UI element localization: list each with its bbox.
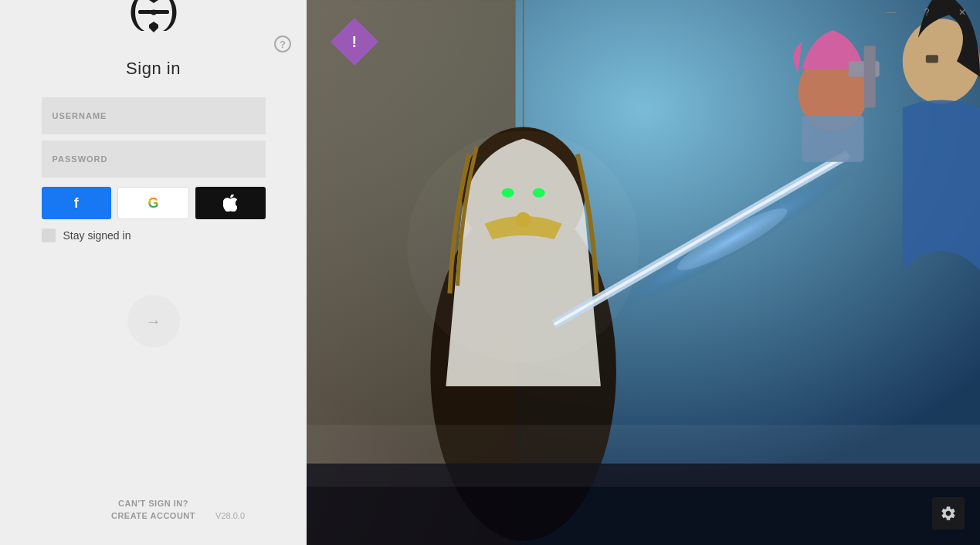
username-input[interactable] [42,97,266,134]
close-button[interactable]: ✕ [944,0,980,25]
right-panel [307,0,980,545]
arrow-right-icon: → [146,313,161,330]
svg-rect-15 [802,116,863,162]
svg-rect-19 [926,55,938,63]
cant-sign-in-link[interactable]: CAN'T SIGN IN? [118,499,188,508]
submit-btn-container: → [127,295,180,347]
settings-button[interactable] [932,497,965,530]
characters-art [307,0,980,545]
google-icon: G [148,195,159,212]
sso-buttons: f G [42,187,266,219]
gear-icon [940,505,957,522]
game-art-background [307,0,980,545]
stay-signed-in-row: Stay signed in [42,228,266,242]
svg-rect-17 [864,46,876,107]
help-button[interactable]: ? [909,0,944,25]
stay-signed-in-label: Stay signed in [63,229,131,242]
google-signin-button[interactable]: G [117,187,189,219]
stay-signed-in-checkbox[interactable] [42,228,56,242]
facebook-icon: f [74,195,79,212]
app-window: — ? ✕ ? [0,0,980,545]
sign-in-form: f G Stay signed in [42,97,266,249]
svg-rect-21 [307,425,980,486]
submit-button[interactable]: → [127,295,180,347]
apple-icon [223,195,237,212]
sign-in-title: Sign in [126,59,181,79]
minimize-button[interactable]: — [873,0,909,25]
version-text: V28.0.0 [215,511,245,520]
password-input[interactable] [42,140,266,178]
svg-point-22 [407,131,639,364]
help-icon[interactable]: ? [274,36,291,52]
left-panel: ? [0,0,307,545]
facebook-signin-button[interactable]: f [42,187,112,219]
create-account-link[interactable]: CREATE ACCOUNT [111,511,195,520]
title-bar: — ? ✕ [0,0,980,25]
apple-signin-button[interactable] [195,187,266,219]
bottom-links: CAN'T SIGN IN? CREATE ACCOUNT [111,499,195,520]
